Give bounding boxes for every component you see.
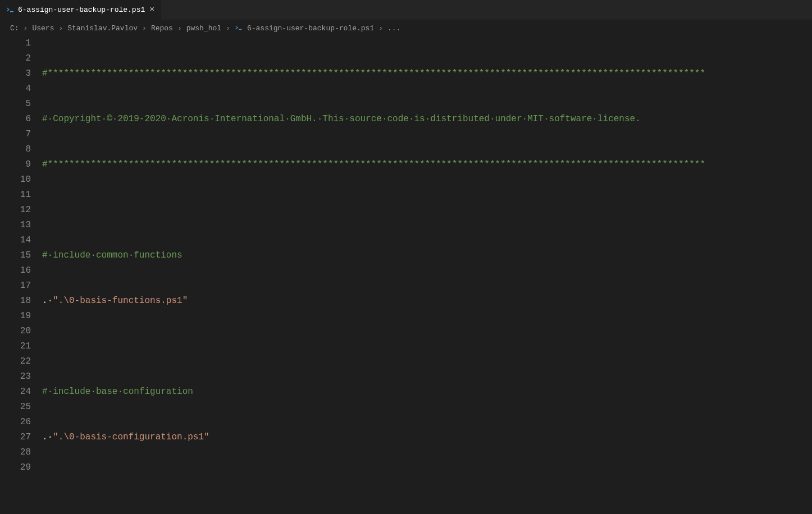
tab-label: 6-assign-user-backup-role.ps1	[18, 6, 145, 14]
line-number: 27	[0, 430, 31, 445]
breadcrumb-part[interactable]: 6-assign-user-backup-role.ps1	[247, 24, 374, 33]
line-number: 29	[0, 460, 31, 475]
tab-bar: 6-assign-user-backup-role.ps1 ×	[0, 0, 812, 20]
breadcrumb-part[interactable]: Users	[32, 24, 54, 33]
chevron-right-icon: ›	[223, 24, 232, 33]
line-number: 24	[0, 384, 31, 400]
chevron-right-icon: ›	[21, 24, 30, 33]
line-number: 2	[0, 51, 31, 66]
line-number: 10	[0, 172, 31, 187]
line-number: 23	[0, 369, 31, 384]
line-number: 21	[0, 339, 31, 354]
code-content[interactable]: #***************************************…	[42, 36, 812, 514]
tab-active[interactable]: 6-assign-user-backup-role.ps1 ×	[0, 0, 162, 20]
line-number: 12	[0, 203, 31, 218]
code-editor[interactable]: 1 2 3 4 5 6 7 8 9 10 11 12 13 14 15 16 1…	[0, 36, 812, 514]
line-number: 28	[0, 445, 31, 460]
line-number: 25	[0, 400, 31, 415]
chevron-right-icon: ›	[140, 24, 149, 33]
line-number: 17	[0, 278, 31, 293]
breadcrumb-part[interactable]: pwsh_hol	[186, 24, 221, 33]
line-number: 1	[0, 36, 31, 51]
chevron-right-icon: ›	[56, 24, 65, 33]
code-text: .·	[42, 296, 53, 306]
line-number: 15	[0, 248, 31, 263]
code-text: #·include·common·functions	[42, 250, 183, 260]
line-number: 26	[0, 415, 31, 430]
chevron-right-icon: ›	[376, 24, 385, 33]
line-number: 6	[0, 112, 31, 127]
line-number: 14	[0, 233, 31, 248]
chevron-right-icon: ›	[175, 24, 184, 33]
line-number: 5	[0, 97, 31, 112]
code-text: #·include·base·configuration	[42, 387, 193, 397]
line-number: 9	[0, 157, 31, 172]
powershell-icon	[6, 6, 15, 15]
line-number: 11	[0, 187, 31, 203]
code-text: ".\0-basis-configuration.ps1"	[53, 432, 209, 442]
powershell-icon	[235, 24, 243, 32]
line-number: 4	[0, 81, 31, 97]
line-number: 19	[0, 309, 31, 324]
line-number: 22	[0, 354, 31, 369]
code-text: #***************************************…	[42, 68, 705, 79]
tab-close-icon[interactable]: ×	[148, 5, 156, 15]
line-number: 20	[0, 324, 31, 339]
breadcrumb-part[interactable]: ...	[387, 24, 400, 33]
line-number: 18	[0, 293, 31, 309]
code-text: #***************************************…	[42, 159, 705, 169]
breadcrumb[interactable]: C: › Users › Stanislav.Pavlov › Repos › …	[0, 20, 812, 36]
code-text: .·	[42, 432, 53, 442]
code-text: ".\0-basis-functions.ps1"	[53, 296, 188, 306]
line-number: 3	[0, 66, 31, 81]
breadcrumb-part[interactable]: Stanislav.Pavlov	[67, 24, 138, 33]
line-gutter: 1 2 3 4 5 6 7 8 9 10 11 12 13 14 15 16 1…	[0, 36, 42, 514]
line-number: 13	[0, 218, 31, 233]
line-number: 16	[0, 263, 31, 278]
breadcrumb-part[interactable]: C:	[10, 24, 19, 33]
line-number: 7	[0, 127, 31, 142]
code-text: #·Copyright·©·2019-2020·Acronis·Internat…	[42, 114, 641, 124]
line-number: 8	[0, 142, 31, 157]
breadcrumb-part[interactable]: Repos	[151, 24, 173, 33]
